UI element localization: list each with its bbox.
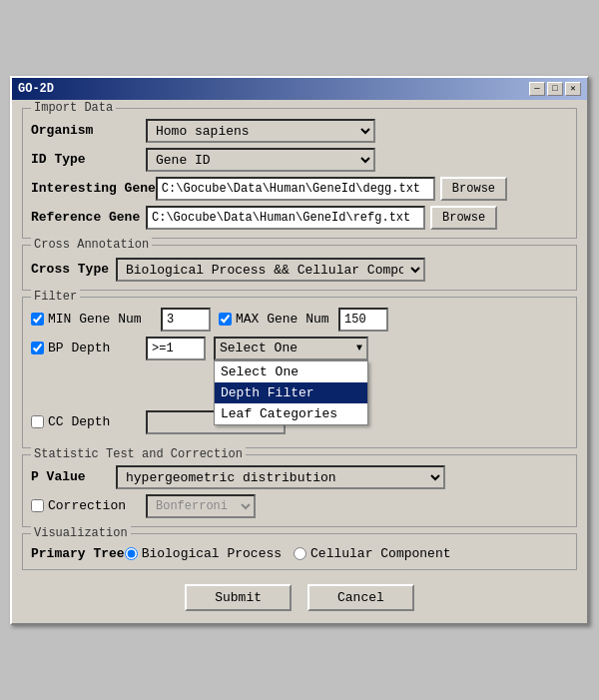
filter-section-title: Filter <box>31 290 80 304</box>
cross-type-select[interactable]: Biological Process && Cellular Component <box>116 258 425 282</box>
interesting-gene-row: Interesting Gene Browse <box>31 177 568 201</box>
window-controls: ─ □ ✕ <box>529 82 581 96</box>
visualization-section: Visualization Primary Tree Biological Pr… <box>22 533 577 570</box>
select-one-container: Select One ▼ Select One Depth Filter Lea… <box>214 337 368 360</box>
primary-tree-label: Primary Tree <box>31 546 125 561</box>
min-gene-label: MIN Gene Num <box>48 312 142 327</box>
cross-annotation-section: Cross Annotation Cross Type Biological P… <box>22 245 577 291</box>
gene-num-row: MIN Gene Num MAX Gene Num <box>31 308 568 332</box>
bonferroni-select[interactable]: Bonferroni BH BY <box>146 494 256 518</box>
cross-type-label: Cross Type <box>31 262 116 277</box>
cellular-label: Cellular Component <box>310 546 450 561</box>
bio-process-radio-label[interactable]: Biological Process <box>125 546 282 561</box>
pvalue-row: P Value hypergeometric distribution <box>31 465 568 489</box>
statistic-section-title: Statistic Test and Correction <box>31 447 246 461</box>
reference-browse-button[interactable]: Browse <box>430 206 497 230</box>
select-dropdown: Select One Depth Filter Leaf Categories <box>214 360 368 425</box>
statistic-section: Statistic Test and Correction P Value hy… <box>22 454 577 527</box>
bio-process-label: Biological Process <box>142 546 282 561</box>
organism-row: Organism Homo sapiens Mus musculus Rattu… <box>31 119 568 143</box>
visualization-title: Visualization <box>31 526 131 540</box>
pvalue-label: P Value <box>31 469 116 484</box>
cross-annotation-title: Cross Annotation <box>31 238 152 252</box>
option-select-one[interactable]: Select One <box>215 361 367 382</box>
bp-depth-checkbox-label[interactable]: BP Depth <box>31 341 146 355</box>
cellular-radio[interactable] <box>294 547 306 560</box>
reference-gene-row: Reference Gene Browse <box>31 206 568 230</box>
bottom-buttons: Submit Cancel <box>22 576 577 615</box>
max-gene-input[interactable] <box>338 308 388 332</box>
bp-depth-input[interactable] <box>146 337 206 360</box>
cc-depth-label: CC Depth <box>48 414 110 429</box>
main-window: GO-2D ─ □ ✕ Import Data Organism Homo sa… <box>10 76 589 625</box>
cc-depth-checkbox-label[interactable]: CC Depth <box>31 414 146 429</box>
reference-gene-input[interactable] <box>146 206 425 230</box>
select-one-text: Select One <box>220 341 298 355</box>
correction-checkbox-label[interactable]: Correction <box>31 498 146 513</box>
radio-group: Biological Process Cellular Component <box>125 546 451 561</box>
min-gene-checkbox-label[interactable]: MIN Gene Num <box>31 312 161 327</box>
interesting-gene-label: Interesting Gene <box>31 181 156 196</box>
correction-checkbox[interactable] <box>31 499 44 512</box>
cancel-button[interactable]: Cancel <box>307 584 414 611</box>
bp-depth-label: BP Depth <box>48 341 110 355</box>
import-section-title: Import Data <box>31 101 116 115</box>
cc-depth-checkbox[interactable] <box>31 415 44 428</box>
window-title: GO-2D <box>18 82 54 96</box>
cross-type-row: Cross Type Biological Process && Cellula… <box>31 258 568 282</box>
interesting-browse-button[interactable]: Browse <box>440 177 507 201</box>
reference-gene-label: Reference Gene <box>31 210 146 225</box>
chevron-down-icon: ▼ <box>356 343 362 353</box>
organism-select[interactable]: Homo sapiens Mus musculus Rattus norvegi… <box>146 119 375 143</box>
max-gene-label: MAX Gene Num <box>236 312 329 327</box>
min-gene-input[interactable] <box>161 308 211 332</box>
bp-depth-row: BP Depth Select One ▼ Select One Depth F… <box>31 337 568 360</box>
cellular-radio-label[interactable]: Cellular Component <box>294 546 450 561</box>
correction-row: Correction Bonferroni BH BY <box>31 494 568 518</box>
primary-tree-row: Primary Tree Biological Process Cellular… <box>31 546 568 561</box>
organism-label: Organism <box>31 123 146 138</box>
max-gene-checkbox-label[interactable]: MAX Gene Num <box>219 312 338 327</box>
idtype-row: ID Type Gene ID Symbol Ensembl <box>31 148 568 172</box>
min-gene-checkbox[interactable] <box>31 313 44 326</box>
bio-process-radio[interactable] <box>125 547 138 560</box>
main-content: Import Data Organism Homo sapiens Mus mu… <box>12 100 587 623</box>
close-button[interactable]: ✕ <box>565 82 581 96</box>
option-leaf-categories[interactable]: Leaf Categories <box>215 403 367 424</box>
max-gene-checkbox[interactable] <box>219 313 232 326</box>
maximize-button[interactable]: □ <box>547 82 563 96</box>
submit-button[interactable]: Submit <box>185 584 292 611</box>
idtype-select[interactable]: Gene ID Symbol Ensembl <box>146 148 375 172</box>
pvalue-select[interactable]: hypergeometric distribution <box>116 465 445 489</box>
filter-section: Filter MIN Gene Num MAX Gene Num BP D <box>22 297 577 448</box>
option-depth-filter[interactable]: Depth Filter <box>215 382 367 403</box>
idtype-label: ID Type <box>31 152 146 167</box>
title-bar: GO-2D ─ □ ✕ <box>12 78 587 100</box>
import-section: Import Data Organism Homo sapiens Mus mu… <box>22 108 577 239</box>
bp-depth-checkbox[interactable] <box>31 342 44 354</box>
select-one-display[interactable]: Select One ▼ <box>214 337 368 360</box>
minimize-button[interactable]: ─ <box>529 82 545 96</box>
correction-label: Correction <box>48 498 126 513</box>
interesting-gene-input[interactable] <box>156 177 435 201</box>
